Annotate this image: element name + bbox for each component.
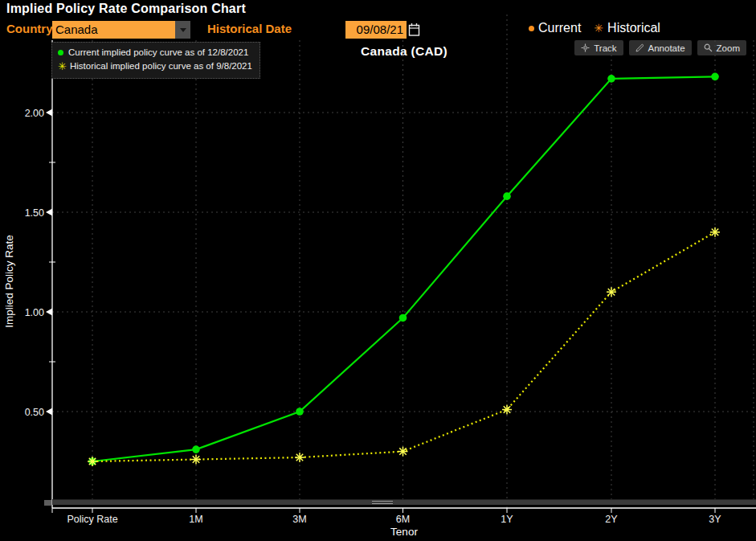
plot-legend-row-historical: ✳ Historical implied policy curve as of …: [58, 59, 252, 73]
svg-text:1Y: 1Y: [501, 514, 513, 525]
yellow-asterisk-icon: ✳: [58, 64, 65, 70]
plot-legend-box: Current implied policy curve as of 12/8/…: [51, 42, 260, 79]
svg-text:3Y: 3Y: [709, 514, 721, 525]
svg-text:1M: 1M: [189, 514, 202, 525]
scrollbar-left-cap: [44, 500, 51, 506]
svg-text:2.00: 2.00: [25, 108, 44, 119]
svg-text:Policy Rate: Policy Rate: [67, 514, 117, 525]
svg-text:Implied Policy Rate: Implied Policy Rate: [3, 235, 15, 328]
svg-text:3M: 3M: [292, 514, 306, 525]
scrollbar-grip[interactable]: [372, 501, 393, 504]
plot-legend-current-text: Current implied policy curve as of 12/8/…: [68, 46, 248, 59]
app-window: Implied Policy Rate Comparison Chart Cou…: [0, 0, 756, 541]
svg-text:6M: 6M: [396, 514, 410, 525]
svg-text:1.00: 1.00: [25, 307, 44, 318]
plot-legend-row-current: Current implied policy curve as of 12/8/…: [58, 46, 252, 59]
svg-text:Tenor: Tenor: [390, 526, 418, 538]
green-dot-icon: [58, 50, 63, 55]
plot-area[interactable]: 0.501.001.502.00Policy Rate1M3M6M1Y2Y3YT…: [0, 0, 756, 541]
plot-legend-historical-text: Historical implied policy curve as of 9/…: [70, 59, 252, 73]
svg-text:1.50: 1.50: [25, 207, 44, 219]
svg-text:2Y: 2Y: [605, 514, 618, 525]
horizontal-scrollbar[interactable]: [52, 499, 756, 505]
svg-text:0.50: 0.50: [25, 407, 44, 418]
